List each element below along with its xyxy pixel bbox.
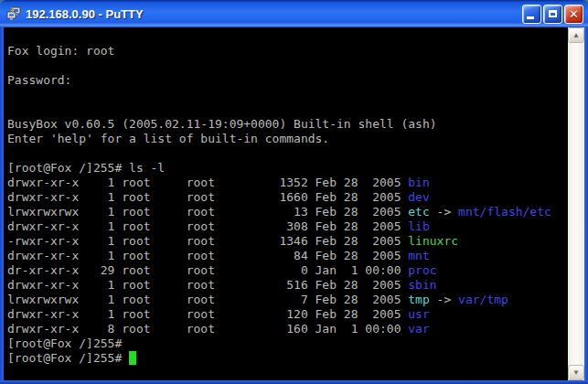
maximize-button[interactable] [543, 5, 562, 24]
scroll-up-button[interactable]: ▲ [568, 27, 584, 43]
titlebar[interactable]: 192.168.0.90 - PuTTY ✕ [0, 0, 588, 27]
maximize-icon [549, 10, 557, 17]
putty-terminals-icon[interactable] [5, 5, 22, 22]
scroll-down-button[interactable]: ▼ [568, 365, 584, 380]
minimize-icon [527, 16, 534, 19]
terminal-output[interactable]: Fox login: root Password: BusyBox v0.60.… [4, 27, 568, 380]
window-title: 192.168.0.90 - PuTTY [26, 7, 522, 21]
close-button[interactable]: ✕ [564, 5, 583, 24]
window-border-bottom [0, 380, 588, 384]
scrollbar[interactable]: ▲ ▼ [568, 27, 584, 380]
close-icon: ✕ [569, 8, 579, 20]
window-border-right [584, 27, 588, 380]
putty-window: 192.168.0.90 - PuTTY ✕ Fox login: root P… [0, 0, 588, 384]
scroll-down-icon: ▼ [572, 369, 580, 377]
scroll-up-icon: ▲ [572, 32, 580, 39]
minimize-button[interactable] [522, 5, 541, 24]
scrollbar-track[interactable] [568, 43, 584, 365]
window-controls: ✕ [522, 5, 583, 24]
